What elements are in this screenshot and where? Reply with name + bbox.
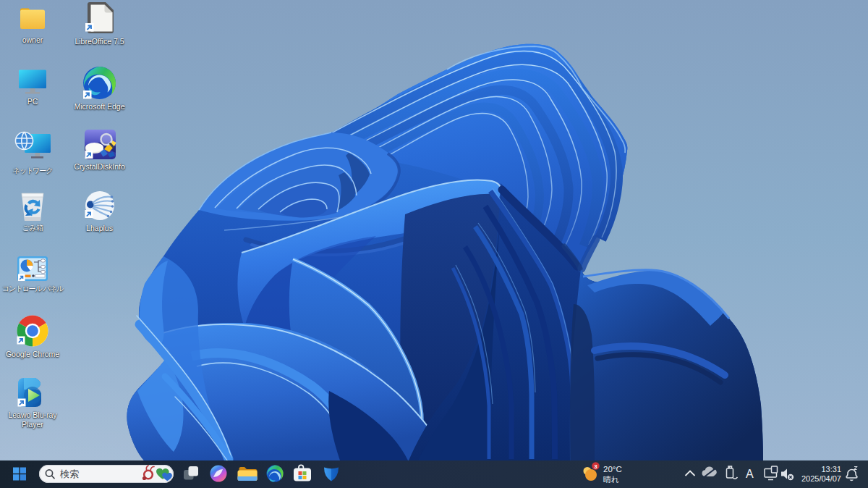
svg-text:3: 3: [594, 463, 597, 470]
svg-text:検索: 検索: [59, 468, 79, 479]
svg-text:A: A: [746, 468, 754, 480]
svg-text:20°C: 20°C: [603, 465, 622, 474]
svg-text:2025/04/07: 2025/04/07: [801, 474, 841, 483]
svg-text:晴れ: 晴れ: [603, 475, 619, 484]
svg-text:13:31: 13:31: [821, 465, 841, 474]
